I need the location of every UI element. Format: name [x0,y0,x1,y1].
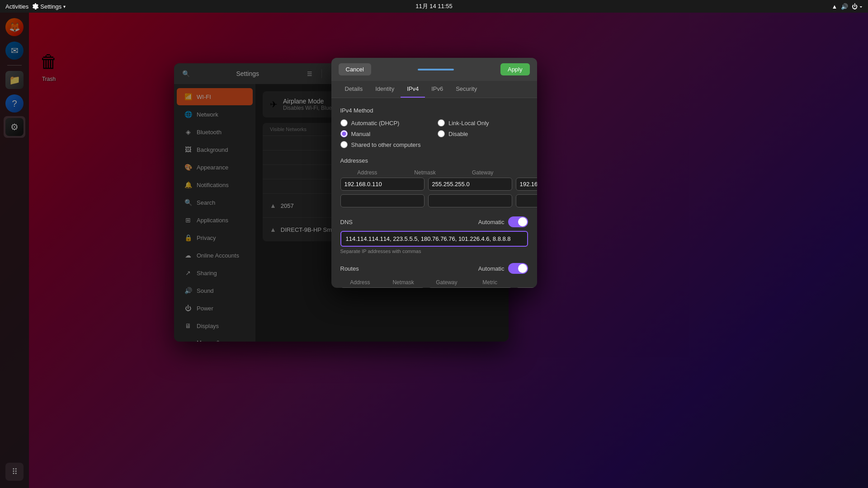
routes-col-address: Address [340,279,380,286]
routes-col-metric: Metric [470,279,510,286]
radio-label-dhcp: Automatic (DHCP) [351,120,400,127]
topbar: Activities Settings ▾ 11月 14 11:55 ▲ 🔊 ⏻… [0,0,868,13]
power-menu-icon[interactable]: ⏻ ▾ [852,3,863,10]
settings-app-label: Settings [40,3,61,10]
dialog-tab-ipv6[interactable]: IPv6 [425,81,449,98]
gateway-input-1[interactable] [516,178,537,191]
addr-col-gateway-label: Gateway [456,169,510,176]
dialog-cancel-button[interactable]: Cancel [339,63,371,75]
routes-col-headers: Address Netmask Gateway Metric [340,279,528,286]
routes-auto-toggle[interactable] [508,263,528,274]
dialog-title-bar [418,69,454,70]
netmask-input-2[interactable] [428,194,512,207]
addresses-section: Addresses Address Netmask Gateway 🗑 [340,157,528,207]
radio-label-manual: Manual [351,131,371,137]
radio-input-dhcp[interactable] [340,119,348,127]
radio-disable[interactable]: Disable [438,130,528,137]
dialog-apply-button[interactable]: Apply [500,63,530,75]
ipv4-method-grid: Automatic (DHCP) Link-Local Only Manual [340,119,528,148]
wifi-status-icon: ▲ [832,3,838,10]
address-row-2: 🗑 [340,194,528,207]
volume-icon: 🔊 [841,3,848,10]
radio-link-local[interactable]: Link-Local Only [438,119,528,127]
radio-input-link-local[interactable] [438,119,445,127]
dialog-ipv4-content: IPv4 Method Automatic (DHCP) Link-Local … [331,98,537,288]
routes-toggle-knob [518,264,527,273]
dialog-tabs: Details Identity IPv4 IPv6 Security [331,81,537,98]
routes-col-netmask: Netmask [383,279,423,286]
dns-hint-text: Separate IP addresses with commas [340,249,528,254]
route-gateway-input[interactable] [516,287,537,288]
dialog-tab-identity[interactable]: Identity [369,81,401,98]
dns-auto-area: Automatic [478,216,528,227]
gear-icon [32,3,38,9]
dialog-title-area [375,69,497,70]
radio-manual[interactable]: Manual [340,130,431,137]
dns-auto-toggle[interactable] [508,216,528,227]
radio-input-manual[interactable] [340,130,348,137]
routes-auto-area: Automatic [478,263,528,274]
routes-row-1: 🗑 [340,287,528,288]
dns-label: DNS [340,219,353,225]
dialog-overlay: Cancel Apply Details Identity IPv4 IPv [0,13,868,488]
addresses-header-row: Address Netmask Gateway [340,169,528,176]
routes-section: Routes Automatic Address Netmask Gateway… [340,263,528,288]
ipv4-method-label: IPv4 Method [340,107,528,114]
radio-dhcp[interactable]: Automatic (DHCP) [340,119,431,127]
radio-label-shared: Shared to other computers [351,141,421,148]
settings-indicator[interactable]: Settings ▾ [32,3,66,10]
topbar-right: ▲ 🔊 ⏻ ▾ [832,3,863,10]
routes-auto-label: Automatic [478,265,505,272]
addresses-section-label: Addresses [340,157,528,164]
topbar-datetime[interactable]: 11月 14 11:55 [415,2,453,10]
desktop: 🦊 ✉ 📁 ? ⚙ [0,13,868,488]
route-address-input[interactable] [340,287,425,288]
activities-button[interactable]: Activities [5,3,28,10]
dialog-tab-ipv4[interactable]: IPv4 [401,81,425,98]
address-row-1: 🗑 [340,178,528,191]
dialog-tab-security[interactable]: Security [449,81,483,98]
addr-col-address-label: Address [340,169,395,176]
dialog-header: Cancel Apply [331,58,537,81]
dialog-tab-details[interactable]: Details [339,81,369,98]
dns-section: DNS Automatic Separate IP addresses with… [340,216,528,254]
radio-input-shared[interactable] [340,141,348,148]
dns-auto-label: Automatic [478,219,505,225]
dns-header: DNS Automatic [340,216,528,227]
dns-input-field[interactable] [340,231,528,247]
dropdown-arrow: ▾ [63,4,66,9]
radio-shared[interactable]: Shared to other computers [340,141,431,148]
routes-col-gateway: Gateway [427,279,467,286]
radio-label-disable: Disable [448,131,468,137]
routes-header: Routes Automatic [340,263,528,274]
dns-toggle-knob [518,217,527,226]
radio-label-link-local: Link-Local Only [448,120,489,127]
gateway-input-2[interactable] [516,194,537,207]
routes-label: Routes [340,265,359,272]
topbar-left: Activities Settings ▾ [5,3,66,10]
radio-input-disable[interactable] [438,130,445,137]
route-netmask-input[interactable] [428,287,512,288]
netmask-input-1[interactable] [428,178,512,191]
addr-col-netmask-label: Netmask [398,169,452,176]
network-dialog: Cancel Apply Details Identity IPv4 IPv [331,58,537,288]
address-input-1[interactable] [340,178,425,191]
ipv4-method-section: IPv4 Method Automatic (DHCP) Link-Local … [340,107,528,148]
address-input-2[interactable] [340,194,425,207]
